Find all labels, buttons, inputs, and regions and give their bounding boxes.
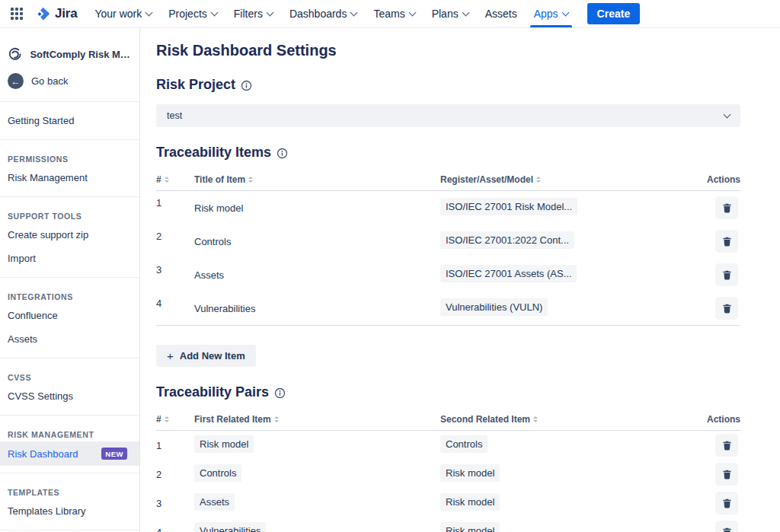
trash-icon [721,202,733,214]
plus-icon: + [167,350,174,362]
nav-item-label: Apps [534,8,558,20]
column-header-num[interactable]: # [156,174,194,185]
trash-icon [721,236,733,247]
sidebar-section-templates: TEMPLATES [0,480,139,499]
sidebar: SoftComply Risk Mana... ← Go back Gettin… [0,28,140,532]
nav-item-plans[interactable]: Plans [425,0,475,27]
sidebar-item-confluence[interactable]: Confluence [0,304,139,327]
row-number: 4 [156,291,194,309]
register-value[interactable]: ISO/IEC 27001 Assets (AS... [440,265,577,282]
create-button[interactable]: Create [587,3,641,24]
second-related-item[interactable]: Risk model [440,493,500,511]
nav-item-projects[interactable]: Projects [161,0,224,27]
trash-icon [721,303,733,314]
sidebar-item-risk-dashboard[interactable]: Risk Dashboard NEW [0,441,139,466]
delete-button[interactable] [715,230,738,253]
item-title: Risk model [194,202,440,214]
trash-icon [721,527,733,532]
column-header-num[interactable]: # [156,414,194,425]
nav-item-assets[interactable]: Assets [478,0,524,27]
delete-button[interactable] [715,263,738,286]
delete-button[interactable] [715,521,738,532]
sidebar-item-label: Templates Library [8,505,86,517]
nav-item-dashboards[interactable]: Dashboards [283,0,364,27]
trash-icon [721,469,733,480]
column-header-first[interactable]: First Related Item [194,414,440,425]
table-row: 3 Assets ISO/IEC 27001 Assets (AS... [156,258,740,291]
trash-icon [721,440,733,451]
nav-item-label: Your work [94,8,142,20]
register-value[interactable]: Vulnerabilities (VULN) [440,298,548,316]
info-icon[interactable] [241,80,252,91]
info-icon[interactable] [274,387,286,399]
column-header-register[interactable]: Register/Asset/Model [440,174,678,185]
table-row: 4 Vulnerabilities Risk model [156,518,740,532]
risk-project-heading: Risk Project [156,77,235,93]
sort-icon [533,416,538,422]
sidebar-item-label: Risk Management [8,172,88,183]
add-new-item-label: Add New Item [180,350,245,362]
nav-item-your-work[interactable]: Your work [88,0,158,27]
new-badge: NEW [101,448,127,460]
nav-item-filters[interactable]: Filters [227,0,280,27]
row-number: 1 [156,191,194,209]
add-new-item-button[interactable]: + Add New Item [156,345,256,367]
column-header-title[interactable]: Title of Item [194,174,440,185]
nav-item-label: Teams [373,8,404,20]
sidebar-item-create-support-zip[interactable]: Create support zip [0,223,139,247]
delete-button[interactable] [715,434,738,457]
jira-logo[interactable]: Jira [34,6,82,22]
column-header-second[interactable]: Second Related Item [440,414,678,425]
row-number: 4 [156,527,194,532]
page-title: Risk Dashboard Settings [156,42,740,59]
nav-item-teams[interactable]: Teams [366,0,421,27]
sidebar-item-assets[interactable]: Assets [0,327,139,351]
first-related-item[interactable]: Vulnerabilities [194,522,266,532]
second-related-item[interactable]: Risk model [440,522,500,532]
delete-button[interactable] [715,196,738,219]
delete-button[interactable] [715,463,738,486]
delete-button[interactable] [715,492,738,514]
chevron-down-icon [210,8,218,16]
register-value[interactable]: ISO/IEC 27001 Risk Model... [440,198,577,215]
second-related-item[interactable]: Risk model [440,464,500,482]
table-header-row: # First Related Item Second Related Item… [156,409,740,431]
second-related-item[interactable]: Controls [440,435,488,453]
app-title-label: SoftComply Risk Mana... [30,49,132,60]
divider [0,530,139,530]
sidebar-item-getting-started[interactable]: Getting Started [0,109,139,132]
first-related-item[interactable]: Controls [194,464,241,482]
sidebar-item-label: Risk Dashboard [8,448,78,460]
divider [0,196,139,197]
nav-item-label: Projects [168,8,207,20]
chevron-down-icon [561,8,569,16]
divider [0,277,139,278]
sidebar-section-risk-management: RISK MANAGEMENT [0,422,139,441]
sidebar-go-back[interactable]: ← Go back [0,68,139,94]
table-header-row: # Title of Item Register/Asset/Model Act… [156,170,740,191]
info-icon[interactable] [277,148,288,159]
trash-icon [721,498,733,509]
first-related-item[interactable]: Assets [194,493,235,511]
divider [0,415,139,416]
risk-project-select[interactable]: test [156,104,740,127]
sidebar-section-support-tools: SUPPORT TOOLS [0,204,139,223]
traceability-pairs-table: # First Related Item Second Related Item… [156,409,740,532]
nav-item-label: Plans [432,8,459,20]
sidebar-item-label: Confluence [8,310,58,321]
sidebar-item-templates-library[interactable]: Templates Library [0,499,139,523]
sidebar-item-import[interactable]: Import [0,247,139,270]
delete-button[interactable] [715,297,738,320]
sort-icon [165,177,169,183]
first-related-item[interactable]: Risk model [194,435,254,453]
row-number: 2 [156,225,194,242]
sidebar-app-title[interactable]: SoftComply Risk Mana... [0,40,139,68]
sidebar-item-risk-management[interactable]: Risk Management [0,166,139,190]
column-header-actions: Actions [678,174,740,185]
app-switcher-icon[interactable] [6,3,27,24]
nav-item-apps[interactable]: Apps [527,0,575,27]
row-number: 1 [156,440,194,451]
sort-icon [165,416,169,422]
register-value[interactable]: ISO/IEC 27001:2022 Cont... [440,231,574,249]
sidebar-item-cvss-settings[interactable]: CVSS Settings [0,384,139,408]
